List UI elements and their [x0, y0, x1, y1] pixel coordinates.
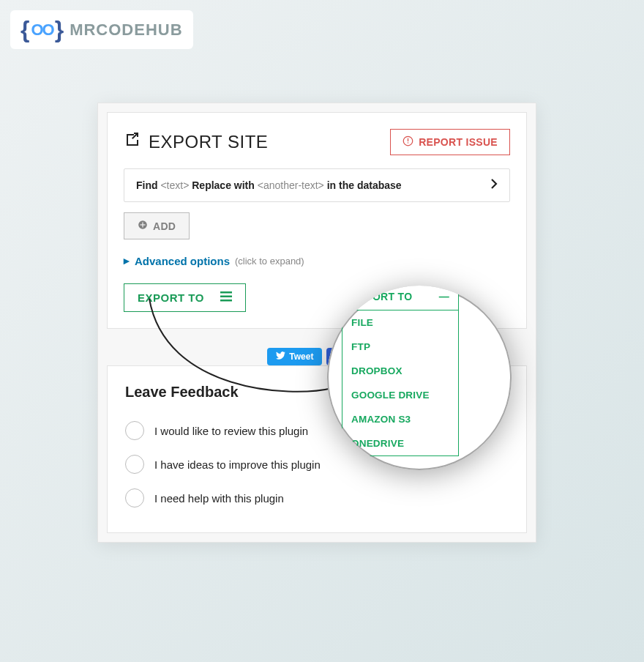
find-replace-row[interactable]: Find <text> Replace with <another-text> …: [124, 168, 510, 202]
export-panel: EXPORT SITE REPORT ISSUE Find <text> Rep…: [107, 112, 527, 329]
dropdown-item-file[interactable]: FILE: [342, 310, 458, 335]
zoom-lens: Do not re EXPORT TO — FILE FTP DROPBOX G…: [327, 286, 512, 470]
export-to-button[interactable]: EXPORT TO: [124, 283, 246, 312]
brand-name: MRCODEHUB: [70, 21, 182, 40]
advanced-options-toggle[interactable]: ▸ Advanced options (click to expand): [124, 254, 510, 267]
menu-icon: [220, 291, 232, 304]
svg-rect-6: [220, 291, 232, 294]
chevron-right-icon: [490, 179, 498, 192]
export-icon: [124, 131, 141, 153]
twitter-icon: [276, 352, 285, 362]
report-issue-button[interactable]: REPORT ISSUE: [390, 129, 510, 155]
caret-right-icon: ▸: [124, 254, 130, 267]
dropdown-item-amazons3[interactable]: AMAZON S3: [342, 407, 458, 431]
minus-icon: —: [439, 291, 449, 302]
plus-circle-icon: [138, 220, 148, 232]
svg-rect-2: [408, 142, 408, 143]
dropdown-item-dropbox[interactable]: DROPBOX: [342, 359, 458, 383]
page-title: EXPORT SITE: [124, 131, 268, 153]
brace-icon: {OO}: [20, 16, 64, 43]
radio-icon: [125, 488, 144, 507]
dropdown-item-googledrive[interactable]: GOOGLE DRIVE: [342, 383, 458, 407]
dropdown-item-ftp[interactable]: FTP: [342, 335, 458, 359]
export-to-dropdown[interactable]: EXPORT TO — FILE FTP DROPBOX GOOGLE DRIV…: [342, 286, 459, 456]
brand-logo: {OO} MRCODEHUB: [10, 10, 193, 49]
find-replace-text: Find <text> Replace with <another-text> …: [136, 179, 402, 191]
svg-rect-7: [220, 296, 232, 298]
tweet-button[interactable]: Tweet: [267, 348, 322, 365]
svg-rect-1: [408, 138, 408, 141]
feedback-option-help[interactable]: I need help with this plugin: [125, 481, 509, 515]
radio-icon: [125, 455, 144, 474]
svg-rect-5: [141, 224, 146, 225]
add-button[interactable]: ADD: [124, 212, 190, 239]
alert-icon: [402, 135, 413, 149]
radio-icon: [125, 421, 144, 440]
svg-rect-8: [220, 300, 232, 302]
